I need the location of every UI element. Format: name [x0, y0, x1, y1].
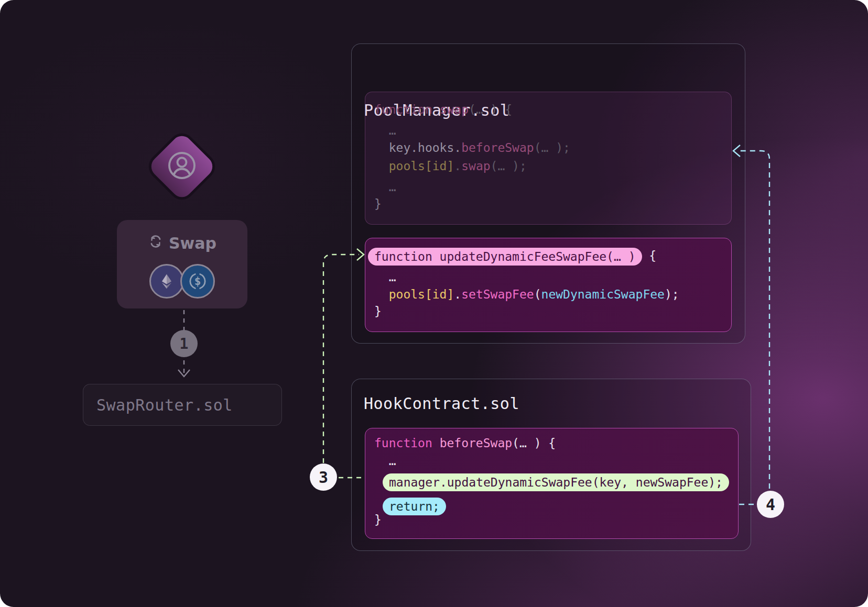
- code-line: …: [374, 268, 396, 286]
- user-avatar-diamond: [147, 132, 217, 202]
- swaprouter-label: SwapRouter.sol: [96, 396, 233, 414]
- highlight-pill-cyan: return;: [383, 498, 446, 515]
- code-line: key.hooks.beforeSwap(… );: [374, 138, 570, 157]
- step-badge-1: 1: [170, 330, 198, 357]
- swap-icon: [148, 234, 164, 253]
- highlight-pill-pink: function updateDynamicFeeSwapFee(… ): [368, 248, 642, 266]
- eth-coin-icon: [149, 264, 184, 299]
- usdc-coin-icon: $: [180, 264, 215, 299]
- code-line: return;: [389, 494, 446, 516]
- highlight-pill-green: manager.updateDynamicSwapFee(key, newSwa…: [383, 473, 729, 491]
- code-line: manager.updateDynamicSwapFee(key, newSwa…: [389, 470, 729, 492]
- code-line: function beforeSwap(… ) {: [374, 434, 556, 453]
- step-badge-4: 4: [757, 491, 784, 518]
- hookcontract-panel: HookContract.sol function beforeSwap(… )…: [351, 379, 751, 551]
- code-line: …: [374, 451, 396, 470]
- code-line: pools[id].setSwapFee(newDynamicSwapFee);: [374, 285, 679, 304]
- svg-text:$: $: [194, 275, 201, 288]
- poolmanager-swap-codeblock: function swap(… ) { … key.hooks.beforeSw…: [365, 92, 732, 225]
- code-line: pools[id].swap(… );: [374, 157, 527, 175]
- step-badge-3: 3: [310, 463, 337, 491]
- code-line: function swap(… ) {: [374, 100, 512, 119]
- swaprouter-box: SwapRouter.sol: [83, 384, 282, 426]
- code-line: }: [374, 302, 382, 321]
- hookcontract-title: HookContract.sol: [364, 392, 519, 415]
- code-line: }: [374, 194, 382, 213]
- code-line: …: [374, 121, 396, 140]
- poolmanager-updatefee-codeblock: function updateDynamicFeeSwapFee(… ) { ……: [365, 238, 732, 332]
- poolmanager-panel: PoolManager.sol function swap(… ) { … ke…: [351, 43, 745, 344]
- swap-card: Swap $: [117, 220, 247, 308]
- code-line: }: [374, 510, 382, 529]
- user-icon: [166, 149, 198, 184]
- diagram-canvas: Swap $ SwapRouter.sol PoolManager.s: [0, 0, 868, 607]
- hookcontract-codeblock: function beforeSwap(… ) { … manager.upda…: [365, 428, 739, 539]
- arrow-down-icon: [178, 370, 190, 377]
- code-line: …: [374, 178, 396, 196]
- swap-card-label: Swap: [169, 234, 216, 252]
- code-line: function updateDynamicFeeSwapFee(… ) {: [374, 245, 656, 267]
